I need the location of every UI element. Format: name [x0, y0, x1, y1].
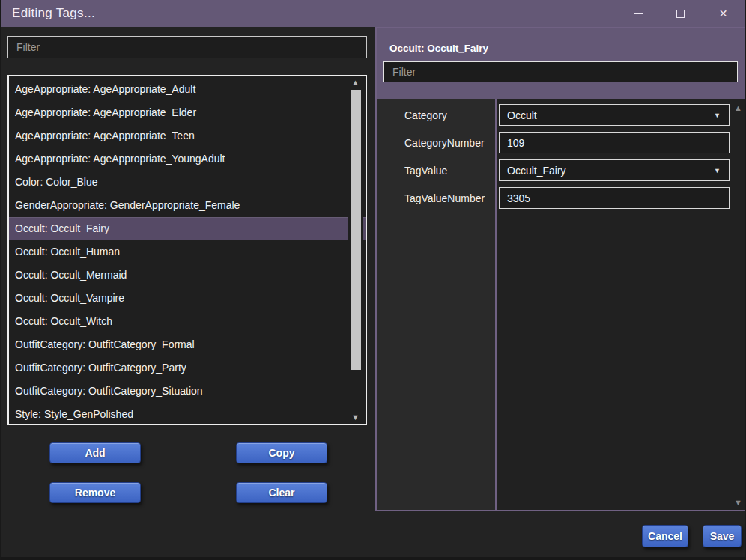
minimize-icon: [634, 13, 643, 14]
close-icon: ✕: [719, 8, 728, 19]
property-label-column: Category CategoryNumber TagValue TagValu…: [377, 99, 495, 510]
tag-list-item-label: Occult: Occult_Mermaid: [15, 269, 127, 281]
tag-list-item[interactable]: OutfitCategory: OutfitCategory_Situation: [9, 380, 366, 403]
tag-list-item[interactable]: Occult: Occult_Vampire: [9, 287, 366, 310]
tag-list: AgeAppropriate: AgeAppropriate_Adult Age…: [7, 75, 367, 425]
window-title: Editing Tags...: [12, 6, 95, 21]
property-value-input[interactable]: [500, 109, 714, 121]
tag-list-item[interactable]: OutfitCategory: OutfitCategory_Party: [9, 356, 366, 380]
tag-list-item-label: Occult: Occult_Witch: [15, 315, 112, 327]
tag-list-item[interactable]: OutfitCategory: OutfitCategory_Formal: [9, 333, 366, 356]
tag-list-item[interactable]: AgeAppropriate: AgeAppropriate_Teen: [9, 124, 366, 147]
tag-list-item[interactable]: Style: Style_GenPolished: [9, 403, 366, 425]
panel-scroll-down-icon[interactable]: ▼: [734, 498, 742, 507]
scroll-down-icon[interactable]: ▼: [351, 412, 360, 423]
cancel-button[interactable]: Cancel: [642, 525, 688, 547]
tag-list-item[interactable]: AgeAppropriate: AgeAppropriate_Adult: [9, 78, 366, 101]
tag-list-item-label: OutfitCategory: OutfitCategory_Party: [15, 362, 186, 374]
tag-list-item-label: Occult: Occult_Fairy: [15, 222, 109, 234]
tag-list-item-label: OutfitCategory: OutfitCategory_Situation: [15, 385, 203, 397]
property-field[interactable]: ▼: [499, 159, 730, 181]
tag-list-item-label: AgeAppropriate: AgeAppropriate_Elder: [15, 106, 196, 118]
scrollbar-track[interactable]: [351, 89, 361, 411]
tag-list-item[interactable]: Occult: Occult_Witch: [9, 310, 366, 333]
property-label: Category: [377, 104, 495, 126]
property-field[interactable]: ▼: [499, 104, 730, 126]
copy-button[interactable]: Copy: [236, 442, 327, 463]
tag-detail-header: Occult: Occult_Fairy: [377, 28, 745, 99]
property-label-text: CategoryNumber: [404, 137, 485, 149]
tag-list-item-label: Color: Color_Blue: [15, 176, 98, 188]
property-value-input[interactable]: [500, 192, 729, 204]
tag-list-filter-input[interactable]: [8, 41, 366, 53]
tag-detail-panel: Occult: Occult_Fairy Category CategoryNu…: [375, 27, 746, 511]
tag-list-item-label: AgeAppropriate: AgeAppropriate_Teen: [15, 130, 195, 141]
chevron-down-icon[interactable]: ▼: [714, 112, 729, 119]
tag-list-item-label: Occult: Occult_Human: [15, 246, 120, 258]
tag-list-item-label: Occult: Occult_Vampire: [15, 292, 124, 304]
panel-scroll-up-icon[interactable]: ▲: [734, 103, 742, 112]
editing-tags-dialog: Editing Tags... ✕ AgeAppropriate: AgeApp…: [0, 0, 746, 560]
remove-button[interactable]: Remove: [49, 482, 141, 503]
caption-buttons: ✕: [616, 0, 745, 27]
tag-list-item[interactable]: AgeAppropriate: AgeAppropriate_YoungAdul…: [9, 147, 366, 171]
minimize-button[interactable]: [616, 0, 659, 27]
tag-list-item[interactable]: Occult: Occult_Fairy: [9, 217, 366, 240]
save-button[interactable]: Save: [703, 525, 742, 547]
add-button[interactable]: Add: [49, 442, 141, 463]
property-label-text: TagValueNumber: [404, 192, 485, 204]
clear-button[interactable]: Clear: [236, 482, 327, 503]
property-label: TagValue: [377, 159, 495, 181]
property-field[interactable]: ▼: [499, 187, 730, 209]
property-grid: Category CategoryNumber TagValue TagValu…: [377, 99, 745, 510]
tag-list-item[interactable]: Occult: Occult_Human: [9, 240, 366, 264]
tag-list-item-label: GenderAppropriate: GenderAppropriate_Fem…: [15, 199, 240, 211]
property-value-input[interactable]: [500, 137, 729, 149]
scrollbar-thumb[interactable]: [351, 90, 361, 370]
close-button[interactable]: ✕: [702, 0, 745, 27]
tag-list-item[interactable]: GenderAppropriate: GenderAppropriate_Fem…: [9, 194, 366, 217]
tag-list-item[interactable]: Color: Color_Blue: [9, 171, 366, 194]
property-label-text: TagValue: [404, 165, 447, 177]
tag-list-item[interactable]: Occult: Occult_Mermaid: [9, 264, 366, 287]
property-value-input[interactable]: [500, 165, 714, 177]
tag-list-item-label: OutfitCategory: OutfitCategory_Formal: [15, 338, 195, 350]
property-filter-input[interactable]: [384, 66, 737, 78]
property-field-column: ▼ ▼ ▼ ▼: [497, 99, 745, 510]
tag-list-scrollbar[interactable]: ▲ ▼: [348, 76, 363, 424]
scroll-up-icon[interactable]: ▲: [351, 77, 360, 88]
property-label: TagValueNumber: [377, 187, 495, 209]
tag-list-item-label: Style: Style_GenPolished: [15, 408, 133, 420]
selected-tag-title: Occult: Occult_Fairy: [377, 28, 745, 54]
titlebar[interactable]: Editing Tags... ✕: [1, 0, 745, 27]
tag-list-item[interactable]: AgeAppropriate: AgeAppropriate_Elder: [9, 101, 366, 124]
property-filter-box: [383, 61, 738, 82]
chevron-down-icon[interactable]: ▼: [714, 167, 729, 174]
maximize-button[interactable]: [659, 0, 702, 27]
tag-list-filter-box: [7, 36, 367, 58]
tag-list-item-label: AgeAppropriate: AgeAppropriate_Adult: [15, 83, 195, 95]
property-label: CategoryNumber: [377, 132, 495, 153]
property-label-text: Category: [404, 109, 447, 121]
tag-list-item-label: AgeAppropriate: AgeAppropriate_YoungAdul…: [15, 153, 225, 165]
maximize-icon: [676, 10, 685, 18]
property-field[interactable]: ▼: [499, 132, 730, 153]
